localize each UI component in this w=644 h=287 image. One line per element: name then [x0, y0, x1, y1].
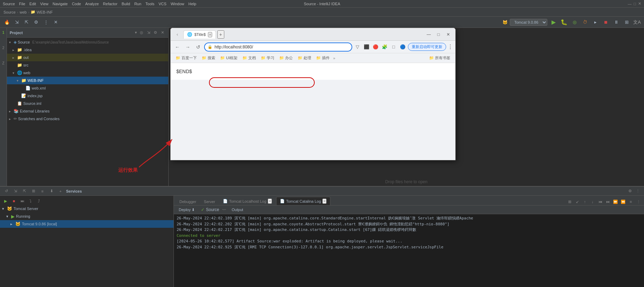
bookmarks-more[interactable]: »: [332, 56, 336, 60]
panel-locate-btn[interactable]: ◎: [138, 30, 145, 36]
bookmark-process[interactable]: 📁 处理: [296, 55, 313, 61]
source-stream-btn[interactable]: 〰: [220, 206, 227, 213]
catalina-log-close-btn[interactable]: ✕: [322, 199, 327, 204]
address-bar[interactable]: 🔒 http://localhost:8080/: [204, 42, 352, 52]
menu-build[interactable]: Build: [122, 2, 130, 6]
tree-item-extlibs[interactable]: ▸ 📚 External Libraries: [7, 107, 168, 115]
grid-button[interactable]: ⊞: [622, 18, 631, 26]
svc-more2-btn[interactable]: ⤴: [35, 197, 42, 204]
menu-refactor[interactable]: Refactor: [103, 2, 118, 6]
menu-code[interactable]: Code: [72, 2, 81, 6]
services-collapse-btn[interactable]: ⇱: [21, 188, 28, 195]
sidebar-project-icon[interactable]: 1: [1, 31, 6, 36]
tree-item-scratches[interactable]: ▸ ✏ Scratches and Consoles: [7, 115, 168, 123]
project-view-toggle[interactable]: ▾: [135, 30, 137, 35]
coverage-button[interactable]: ◎: [570, 18, 579, 26]
bookmark-docs[interactable]: 📁 文档: [240, 55, 258, 61]
services-tab-catalina-log[interactable]: 📄 Tomcat Catalina Log ✕: [276, 197, 330, 205]
browser-restart-update-btn[interactable]: 重新启动即可更新: [408, 43, 446, 51]
services-more-btn[interactable]: ⋮: [634, 188, 641, 195]
toolbar-more-btn[interactable]: ⋮: [42, 18, 50, 26]
menu-analyze[interactable]: Analyze: [85, 2, 99, 6]
toolbar-expand-btn[interactable]: ⇲: [13, 18, 21, 26]
browser-back-btn[interactable]: ←: [173, 42, 182, 52]
toolbar-settings-btn[interactable]: ⚙: [32, 18, 40, 26]
menu-vcs[interactable]: VCS: [159, 2, 167, 6]
browser-tab-scroll-left[interactable]: ‹: [174, 31, 181, 38]
service-item-tomcat-instance[interactable]: ▸ 🐱 Tomcat 9.0.86 [local]: [0, 220, 174, 228]
minimize-icon[interactable]: —: [628, 2, 631, 6]
bookmark-search[interactable]: 📁 搜索: [200, 55, 217, 61]
bookmark-plugin[interactable]: 📁 插件: [314, 55, 332, 61]
toolbar-close-btn[interactable]: ✕: [51, 18, 60, 26]
svc-run-btn[interactable]: ▶: [2, 197, 9, 204]
services-filter-btn[interactable]: ≡: [39, 188, 46, 195]
profile-button[interactable]: ⏱: [581, 18, 589, 26]
service-item-tomcat-root[interactable]: ▾ 🐱 Tomcat Server: [0, 205, 174, 212]
bookmark-all[interactable]: 📁 所有书签: [427, 55, 452, 61]
tab-tool-3[interactable]: ↑: [581, 198, 588, 205]
menu-view[interactable]: View: [40, 2, 49, 6]
tab-tool-4[interactable]: ↓: [589, 198, 596, 205]
services-group-btn[interactable]: ⊞: [30, 188, 37, 195]
service-item-running[interactable]: ▾ ▶ Running: [0, 212, 174, 220]
tab-tool-6[interactable]: ⏭: [604, 198, 611, 205]
debug-button[interactable]: 🐛: [560, 18, 568, 26]
breadcrumb-source[interactable]: Source: [3, 10, 16, 14]
tree-item-idea[interactable]: ▸ 📁 .idea: [7, 46, 168, 54]
tab-tool-2[interactable]: ↙: [574, 198, 581, 205]
tree-item-src[interactable]: 📁 src: [7, 61, 168, 69]
server-dropdown[interactable]: Tomcat 9.0.86: [510, 19, 547, 26]
ext-icon-5[interactable]: □: [390, 43, 397, 51]
tab-tool-5[interactable]: ⏮: [597, 198, 604, 205]
bookmark-office[interactable]: 📁 办公: [277, 55, 295, 61]
services-tab-debugger[interactable]: Debugger: [176, 198, 200, 205]
browser-maximize-btn[interactable]: □: [434, 31, 443, 38]
tab-tool-7[interactable]: ⏩: [612, 198, 619, 205]
deploy-btn[interactable]: Deploy ⬇: [177, 207, 197, 213]
services-expand-btn[interactable]: ⇲: [12, 188, 19, 195]
menu-tools[interactable]: Tools: [145, 2, 154, 6]
menu-navigate[interactable]: Navigate: [53, 2, 67, 6]
ext-icon-2[interactable]: ⬛: [363, 43, 370, 51]
panel-expand-btn[interactable]: ⇲: [145, 30, 152, 36]
ext-icon-6[interactable]: 🔵: [399, 43, 406, 51]
ext-icon-1[interactable]: ▽: [354, 43, 361, 51]
sidebar-structure-icon[interactable]: 2: [1, 46, 6, 52]
panel-close-btn[interactable]: ✕: [159, 30, 166, 36]
tab-tool-1[interactable]: ⊞: [566, 198, 573, 205]
services-download-btn[interactable]: ⬇: [48, 188, 55, 195]
bookmark-baidu[interactable]: 📁 百度一下: [174, 55, 199, 61]
menu-file[interactable]: File: [19, 2, 25, 6]
breadcrumb-webinf[interactable]: 📁 WEB-INF: [31, 10, 53, 14]
menu-source[interactable]: Source: [3, 2, 15, 6]
tree-item-web[interactable]: ▾ 🌐 web: [7, 69, 168, 77]
sidebar-extra-icon[interactable]: Z: [1, 61, 6, 67]
browser-forward-btn[interactable]: →: [183, 42, 192, 52]
bookmark-ui[interactable]: 📁 UI框架: [218, 55, 240, 61]
toolbar-fire-btn[interactable]: 🔥: [3, 18, 11, 26]
maximize-icon[interactable]: □: [634, 2, 636, 6]
services-add-btn[interactable]: +: [57, 188, 64, 195]
tree-item-webinf[interactable]: ▾ 📁 WEB-INF: [7, 77, 168, 84]
close-icon[interactable]: ✕: [638, 1, 641, 6]
pause-button[interactable]: ⏸: [612, 18, 620, 26]
browser-close-btn[interactable]: ✕: [444, 31, 452, 38]
tab-tool-10[interactable]: ⋮: [635, 198, 642, 205]
services-restart-btn[interactable]: ↺: [3, 188, 10, 195]
ext-icon-4[interactable]: 🧩: [381, 43, 388, 51]
tree-item-indexjsp[interactable]: 📝 index.jsp: [7, 92, 168, 100]
browser-minimize-btn[interactable]: —: [425, 31, 433, 38]
stop-button[interactable]: ■: [602, 18, 610, 26]
settings-icon-btn[interactable]: ⚙: [627, 188, 634, 195]
services-tab-localhost-log[interactable]: 📄 Tomcat Localhost Log ✕: [219, 197, 275, 205]
svc-more1-btn[interactable]: ⤵: [27, 197, 34, 204]
tree-item-webxml[interactable]: 📄 web.xml: [7, 84, 168, 92]
breadcrumb-web[interactable]: web: [20, 10, 27, 14]
more-run-btn[interactable]: ▸: [591, 18, 599, 26]
svc-step-btn[interactable]: ⏭: [19, 197, 26, 204]
log-output[interactable]: 26-May-2024 22:42:02.189 淇℃伅 [main] org.…: [174, 214, 644, 287]
tree-item-source[interactable]: ▾ ◈ Source E:\example\JavaTest\Java\Java…: [7, 38, 168, 46]
localhost-log-close-btn[interactable]: ✕: [268, 199, 272, 204]
translate-button[interactable]: 文A: [633, 18, 641, 26]
